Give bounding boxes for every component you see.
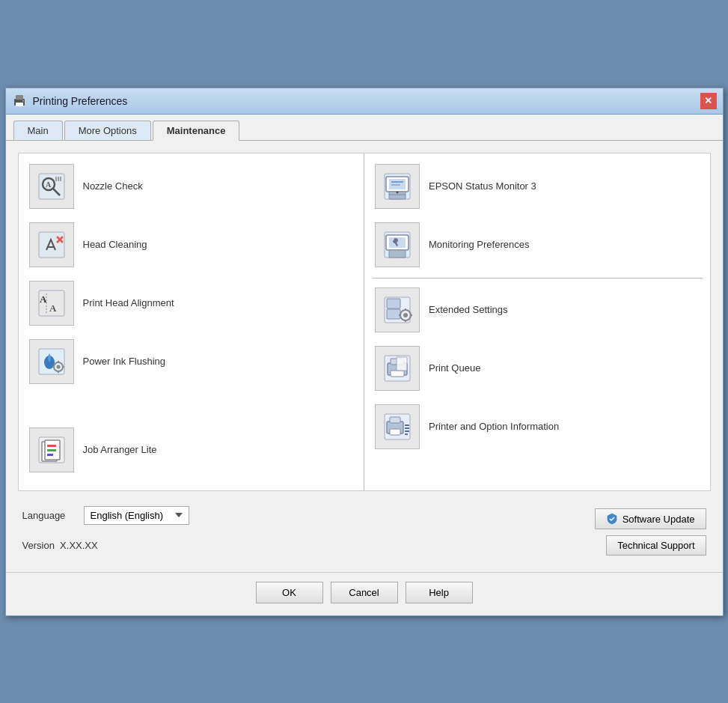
print-head-alignment-icon-box: A A [29, 281, 74, 326]
tab-bar: Main More Options Maintenance [6, 115, 723, 141]
svg-rect-44 [389, 250, 406, 258]
svg-rect-61 [390, 417, 400, 423]
svg-rect-30 [47, 445, 56, 447]
options-panel: A Nozzle Check [18, 153, 711, 491]
job-arranger-lite-item[interactable]: Job Arranger Lite [26, 424, 357, 475]
svg-rect-65 [405, 430, 409, 432]
version-label: Version [22, 540, 55, 551]
epson-status-monitor-icon [382, 171, 413, 202]
svg-rect-32 [47, 454, 53, 456]
job-arranger-lite-label: Job Arranger Lite [83, 444, 157, 455]
extended-settings-item[interactable]: Extended Settings [372, 284, 703, 335]
svg-rect-57 [391, 371, 404, 377]
power-ink-flushing-icon [36, 346, 67, 377]
software-update-icon [606, 513, 618, 525]
extended-settings-icon-box [375, 287, 420, 332]
version-row: Version X.XX.XX Technical Support [22, 535, 706, 556]
print-head-alignment-label: Print Head Alignment [83, 297, 174, 308]
svg-rect-53 [410, 314, 412, 316]
print-queue-label: Print Queue [429, 362, 480, 374]
right-column: EPSON Status Monitor 3 Monitoring [364, 153, 710, 490]
tab-more-options[interactable]: More Options [64, 121, 151, 140]
power-ink-flushing-item[interactable]: Power Ink Flushing [26, 336, 357, 387]
job-arranger-lite-icon [36, 434, 67, 466]
svg-rect-63 [405, 424, 409, 426]
svg-point-49 [403, 313, 408, 317]
language-label: Language [22, 510, 75, 521]
print-queue-item[interactable]: Print Queue [372, 343, 703, 394]
language-software-row: Language English (English) French (Franç… [22, 506, 706, 532]
svg-rect-52 [399, 314, 401, 316]
epson-status-monitor-label: EPSON Status Monitor 3 [429, 180, 536, 192]
bottom-area: Language English (English) French (Franç… [18, 499, 711, 560]
svg-rect-46 [387, 299, 400, 308]
monitoring-preferences-icon [382, 229, 413, 261]
svg-rect-25 [52, 366, 55, 368]
left-column: A Nozzle Check [19, 153, 365, 490]
epson-status-monitor-item[interactable]: EPSON Status Monitor 3 [372, 161, 703, 212]
version-text: Version X.XX.XX [22, 540, 98, 551]
right-column-separator [372, 278, 703, 279]
svg-rect-66 [405, 433, 408, 435]
monitoring-preferences-icon-box [375, 222, 420, 267]
svg-text:A: A [49, 302, 57, 314]
svg-text:A: A [46, 180, 52, 189]
svg-rect-47 [387, 309, 400, 319]
svg-rect-24 [58, 371, 59, 373]
help-button[interactable]: Help [406, 582, 473, 603]
software-update-button[interactable]: Software Update [595, 508, 706, 529]
svg-rect-2 [16, 103, 23, 106]
svg-rect-35 [389, 179, 406, 189]
svg-rect-50 [405, 308, 406, 311]
printer-option-info-label: Printer and Option Information [429, 421, 559, 432]
printer-option-info-item[interactable]: Printer and Option Information [372, 401, 703, 452]
svg-rect-1 [16, 95, 23, 100]
nozzle-check-icon: A [36, 171, 67, 202]
monitoring-preferences-label: Monitoring Preferences [429, 239, 529, 250]
head-cleaning-icon [36, 229, 67, 261]
print-queue-icon [382, 353, 413, 384]
power-ink-flushing-icon-box [29, 339, 74, 384]
print-head-alignment-icon: A A [36, 287, 67, 319]
svg-rect-11 [39, 232, 64, 258]
svg-point-22 [56, 365, 60, 368]
extended-settings-label: Extended Settings [429, 304, 508, 315]
svg-rect-58 [397, 357, 407, 371]
printing-preferences-window: Printing Preferences ✕ Main More Options… [5, 88, 724, 616]
tab-main[interactable]: Main [13, 121, 63, 140]
svg-rect-64 [405, 427, 409, 429]
language-select[interactable]: English (English) French (Français) Span… [84, 506, 189, 525]
tab-maintenance[interactable]: Maintenance [153, 121, 240, 141]
svg-rect-31 [47, 449, 56, 451]
printer-option-info-icon-box [375, 404, 420, 449]
print-queue-icon-box [375, 346, 420, 391]
svg-rect-23 [58, 361, 59, 363]
svg-rect-3 [22, 100, 24, 102]
job-arranger-lite-icon-box [29, 427, 74, 472]
svg-rect-51 [405, 320, 406, 322]
language-row: Language English (English) French (Franç… [22, 506, 189, 525]
ok-button[interactable]: OK [256, 582, 323, 603]
printer-icon [12, 94, 27, 109]
extended-settings-icon [382, 294, 413, 326]
main-content: A Nozzle Check [6, 141, 723, 572]
nozzle-check-item[interactable]: A Nozzle Check [26, 161, 357, 212]
monitoring-preferences-item[interactable]: Monitoring Preferences [372, 219, 703, 270]
head-cleaning-label: Head Cleaning [83, 239, 147, 250]
svg-rect-62 [390, 429, 400, 435]
nozzle-check-icon-box: A [29, 164, 74, 209]
svg-rect-26 [62, 366, 64, 368]
software-update-label: Software Update [623, 514, 695, 525]
title-bar-left: Printing Preferences [12, 94, 128, 109]
version-value: X.XX.XX [60, 540, 98, 551]
title-bar: Printing Preferences ✕ [6, 88, 723, 115]
print-head-alignment-item[interactable]: A A Print Head Alignment [26, 278, 357, 329]
power-ink-flushing-label: Power Ink Flushing [83, 356, 166, 367]
window-title: Printing Preferences [33, 95, 128, 107]
close-button[interactable]: ✕ [700, 93, 717, 109]
technical-support-button[interactable]: Technical Support [606, 535, 706, 556]
nozzle-check-label: Nozzle Check [83, 180, 143, 192]
footer-buttons: OK Cancel Help [6, 572, 723, 615]
cancel-button[interactable]: Cancel [331, 582, 398, 603]
head-cleaning-item[interactable]: Head Cleaning [26, 219, 357, 270]
